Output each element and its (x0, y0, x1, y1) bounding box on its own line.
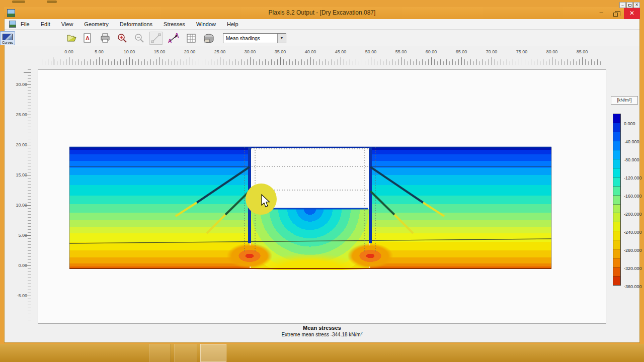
legend-color-segment (613, 222, 620, 231)
taskbar: e 500 PLAXIS PLAXIS ENG 8:04 PM 20 (0, 344, 644, 362)
ruler-label: 75.00 (507, 49, 537, 54)
desktop-icon-remnant (47, 1, 57, 3)
title-bar[interactable]: Plaxis 8.2 Output - [Dry Excavation.087] (4, 7, 640, 19)
cross-section-icon[interactable] (202, 33, 215, 44)
legend-tick-labels: 0.000-40.000-80.000-120.000-160.000-200.… (624, 115, 644, 296)
vertical-ruler-ticks (23, 69, 31, 323)
legend-colorbar (613, 114, 621, 286)
ruler-label: 10.00 (114, 49, 144, 54)
zoom-in-icon[interactable] (117, 33, 128, 44)
mdi-restore-icon (628, 4, 631, 7)
grout-bodies (176, 203, 444, 233)
legend-tick-label: -320.000 (624, 259, 644, 278)
legend-color-segment (613, 231, 620, 240)
mdi-restore-button[interactable] (626, 2, 633, 8)
horizontal-ruler-ticks (42, 56, 601, 65)
plaxis-calc-taskbar-button[interactable] (174, 344, 197, 362)
ruler-label: 5.00 (84, 49, 114, 54)
legend-tick-label: -80.000 (624, 151, 644, 169)
model-geometry-overlay (38, 70, 606, 323)
legend-color-segment (613, 159, 620, 168)
anchor-rod-left-lower (225, 191, 250, 215)
ruler-label: 25.00 (205, 49, 235, 54)
legend-tick-label: -280.000 (624, 241, 644, 259)
svg-text:A: A (86, 35, 90, 41)
plaxis-output-taskbar-button[interactable] (200, 344, 226, 362)
menu-items: FileEditViewGeometryDeformationsStresses… (21, 21, 238, 27)
svg-text:A: A (168, 38, 172, 44)
legend-color-segment (613, 277, 620, 285)
menu-item[interactable]: Help (227, 21, 238, 27)
horizontal-ruler-labels: 0.005.0010.0015.0020.0025.0030.0035.0040… (54, 49, 597, 54)
lower-layer-boundary (69, 239, 551, 243)
legend-color-segment (613, 141, 620, 150)
mdi-close-button[interactable]: ✕ (633, 2, 640, 8)
print-preview-icon[interactable]: A (82, 33, 93, 44)
ruler-label: 15.00 (144, 49, 175, 54)
ruler-label: 55.00 (386, 49, 416, 54)
ruler-label: 45.00 (326, 49, 356, 54)
window-title: Plaxis 8.2 Output - [Dry Excavation.087] (4, 9, 640, 16)
ruler-label: 35.00 (265, 49, 295, 54)
ruler-label: 60.00 (416, 49, 446, 54)
ruler-label: 0.00 (54, 49, 84, 54)
legend-color-segment (613, 249, 620, 258)
ruler-label: 85.00 (567, 49, 597, 54)
plaxis-window-icon (7, 9, 15, 17)
measure-line-tool[interactable] (149, 32, 163, 45)
menu-item[interactable]: File (21, 21, 30, 27)
menu-item[interactable]: Geometry (84, 21, 108, 27)
scale-text-icon[interactable]: A A (168, 33, 181, 44)
legend-tick-label: -200.000 (624, 205, 644, 223)
legend-unit-label: [kN/m²] (611, 96, 638, 105)
mdi-minimize-button[interactable]: – (619, 2, 626, 8)
legend-color-segment (613, 267, 620, 277)
menu-item[interactable]: Edit (41, 21, 50, 27)
legend-tick-label: -40.000 (624, 133, 644, 151)
firefox-taskbar-button[interactable] (149, 344, 171, 362)
menu-item[interactable]: Stresses (164, 21, 185, 27)
click-highlight-circle (246, 184, 277, 215)
app-launch-button[interactable]: Curves (0, 31, 15, 45)
ruler-label: 40.00 (295, 49, 326, 54)
restore-button[interactable] (609, 8, 622, 18)
mdi-document-icon[interactable] (9, 21, 16, 28)
legend-color-segment (613, 114, 620, 123)
close-button[interactable]: ✕ (624, 7, 640, 19)
legend-color-segment (613, 123, 620, 132)
shading-mode-value: Mean shadings (226, 36, 260, 41)
legend-color-segment (613, 240, 620, 249)
legend-color-segment (613, 213, 620, 222)
legend-color-segment (613, 150, 620, 159)
table-icon[interactable] (186, 33, 197, 44)
open-file-icon[interactable] (66, 33, 77, 44)
legend-color-segment (613, 258, 620, 267)
legend-color-segment (613, 177, 620, 187)
app-button-label: Curves (1, 41, 15, 44)
menu-item[interactable]: Deformations (120, 21, 152, 27)
measure-line-icon (150, 32, 162, 44)
caption-title: Mean stresses (38, 325, 606, 331)
legend-tick-label: 0.000 (624, 115, 644, 133)
legend-tick-label: -360.000 (624, 278, 644, 296)
caption-subtitle: Extreme mean stress -344.18 kN/m2 (38, 331, 606, 337)
legend-tick-label: -160.000 (624, 187, 644, 205)
desktop: Plaxis 8.2 Output - [Dry Excavation.087]… (0, 0, 644, 362)
ruler-label: 70.00 (476, 49, 507, 54)
app-thumbnail-icon (3, 34, 13, 40)
legend-color-segment (613, 168, 620, 177)
ruler-label: 20.00 (175, 49, 205, 54)
minimize-button[interactable]: – (595, 8, 608, 18)
legend-tick-label: -240.000 (624, 223, 644, 241)
print-icon[interactable] (100, 33, 111, 44)
menu-item[interactable]: View (61, 21, 73, 27)
menu-item[interactable]: Window (196, 21, 216, 27)
chevron-down-icon[interactable]: ▼ (277, 34, 286, 43)
legend-color-segment (613, 132, 620, 141)
plot-canvas[interactable] (38, 69, 606, 324)
anchor-rod-right-lower (370, 191, 394, 215)
legend-color-segment (613, 196, 620, 205)
zoom-out-icon[interactable] (134, 33, 145, 44)
legend-tick-label: -120.000 (624, 169, 644, 187)
shading-mode-select[interactable]: Mean shadings ▼ (223, 33, 286, 43)
